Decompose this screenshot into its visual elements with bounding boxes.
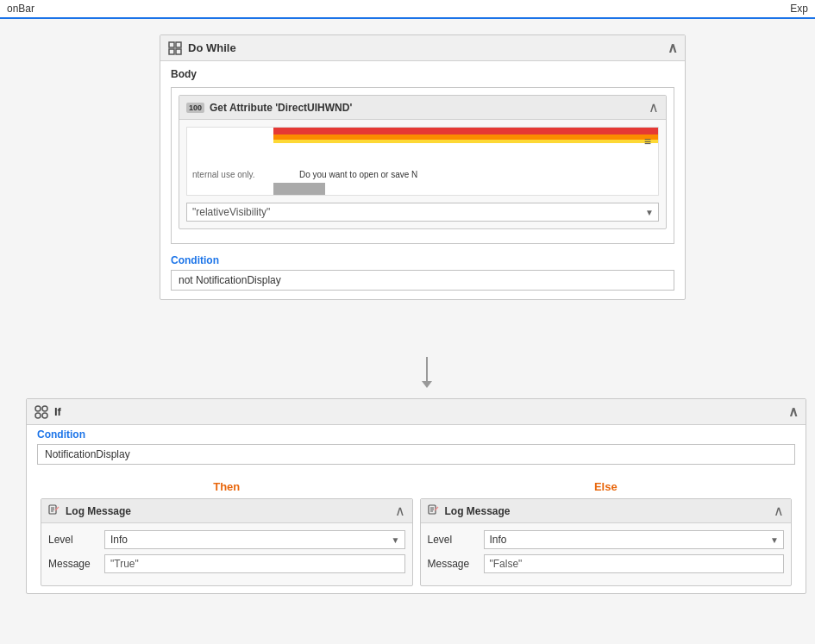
then-message-row: Message (48, 554, 405, 573)
else-level-row: Level Info ▼ (428, 530, 785, 549)
screenshot-text-left: nternal use only. (192, 170, 255, 179)
else-log-fields: Level Info ▼ Message (421, 523, 792, 585)
menu-icon[interactable]: ≡ (644, 134, 651, 148)
if-title: If (54, 405, 61, 418)
do-while-condition-input[interactable] (171, 270, 674, 291)
bar-yellow (273, 140, 658, 143)
dropdown-wrapper: "relativeVisibility" ▼ (186, 203, 659, 222)
do-while-condition-section: Condition (160, 251, 685, 299)
arrow-line (426, 357, 428, 381)
then-level-label: Level (48, 534, 104, 546)
arrow-head (422, 381, 432, 388)
svg-rect-1 (176, 42, 181, 47)
else-log-header-left: Log Message (428, 503, 511, 518)
do-while-header-left: Do While (167, 41, 236, 56)
if-condition-input[interactable] (37, 444, 795, 465)
bar-red (273, 128, 658, 134)
do-while-collapse-btn[interactable]: ∧ (668, 40, 678, 56)
svg-point-6 (35, 413, 41, 418)
else-column: Else Log Message ∧ Level (417, 480, 796, 586)
get-attribute-dropdown-row: "relativeVisibility" ▼ (186, 203, 659, 222)
then-log-collapse-btn[interactable]: ∧ (395, 503, 405, 519)
then-label: Then (41, 480, 413, 493)
get-attribute-block: 100 Get Attribute 'DirectUIHWND' ∧ ntern… (179, 95, 667, 229)
then-log-fields: Level Info ▼ Message (41, 523, 412, 585)
do-while-body-content: 100 Get Attribute 'DirectUIHWND' ∧ ntern… (171, 87, 674, 244)
else-log-message-block: Log Message ∧ Level Info ▼ (420, 498, 793, 586)
main-canvas: Do While ∧ Body 100 Get Attribute 'Direc… (0, 19, 815, 644)
then-message-label: Message (48, 558, 104, 570)
get-attribute-collapse-btn[interactable]: ∧ (649, 99, 659, 116)
svg-rect-2 (169, 49, 174, 54)
do-while-title: Do While (188, 41, 236, 54)
svg-point-7 (42, 413, 47, 418)
else-level-label: Level (428, 534, 484, 546)
topbar-left-label: onBar (7, 3, 34, 15)
else-level-dropdown-wrapper: Info ▼ (484, 530, 785, 549)
svg-point-4 (35, 406, 41, 411)
top-bar: onBar Exp (0, 0, 815, 19)
get-attr-icon: 100 (186, 103, 204, 113)
if-block: If ∧ Condition Then Log Me (26, 398, 806, 594)
then-message-input[interactable] (104, 554, 405, 573)
get-attribute-header: 100 Get Attribute 'DirectUIHWND' ∧ (179, 96, 666, 120)
if-icon (34, 404, 49, 420)
else-message-input[interactable] (484, 554, 785, 573)
do-while-header: Do While ∧ (160, 35, 685, 61)
else-log-title: Log Message (445, 505, 511, 517)
do-while-block: Do While ∧ Body 100 Get Attribute 'Direc… (160, 34, 686, 300)
then-level-row: Level Info ▼ (48, 530, 405, 549)
get-attribute-header-left: 100 Get Attribute 'DirectUIHWND' (186, 102, 352, 114)
then-else-row: Then Log Message ∧ Level (27, 473, 806, 593)
then-level-dropdown-wrapper: Info ▼ (104, 530, 405, 549)
svg-rect-0 (169, 42, 174, 47)
else-label: Else (420, 480, 793, 493)
screenshot-text-right: Do you want to open or save N (299, 170, 417, 179)
svg-point-5 (42, 406, 47, 411)
arrow-container (414, 355, 440, 390)
if-condition-section: Condition (27, 425, 806, 473)
get-attribute-dropdown[interactable]: "relativeVisibility" (186, 203, 659, 222)
else-log-header: Log Message ∧ (421, 499, 792, 523)
then-log-header: Log Message ∧ (41, 499, 412, 523)
then-level-select[interactable]: Info (104, 530, 405, 549)
if-collapse-btn[interactable]: ∧ (788, 403, 799, 420)
if-condition-label: Condition (37, 428, 795, 441)
else-log-icon (428, 503, 440, 518)
do-while-body-label: Body (160, 61, 685, 84)
else-log-collapse-btn[interactable]: ∧ (774, 503, 784, 519)
else-level-select[interactable]: Info (484, 530, 785, 549)
if-header-left: If (34, 404, 61, 420)
else-message-label: Message (428, 558, 484, 570)
do-while-condition-label: Condition (171, 254, 674, 266)
screenshot-preview: nternal use only. Do you want to open or… (186, 127, 659, 196)
then-log-message-block: Log Message ∧ Level Info ▼ (41, 498, 413, 586)
then-log-title: Log Message (66, 505, 131, 517)
if-header: If ∧ (27, 399, 806, 425)
svg-rect-3 (176, 49, 181, 54)
else-message-row: Message (428, 554, 785, 573)
do-while-icon (167, 41, 183, 56)
arrow-down (414, 355, 440, 390)
topbar-right-label: Exp (790, 3, 808, 15)
then-column: Then Log Message ∧ Level (37, 480, 417, 586)
screenshot-gray-box (273, 183, 325, 195)
then-log-header-left: Log Message (48, 503, 131, 518)
get-attribute-title: Get Attribute 'DirectUIHWND' (210, 102, 352, 114)
then-log-icon (48, 503, 60, 518)
